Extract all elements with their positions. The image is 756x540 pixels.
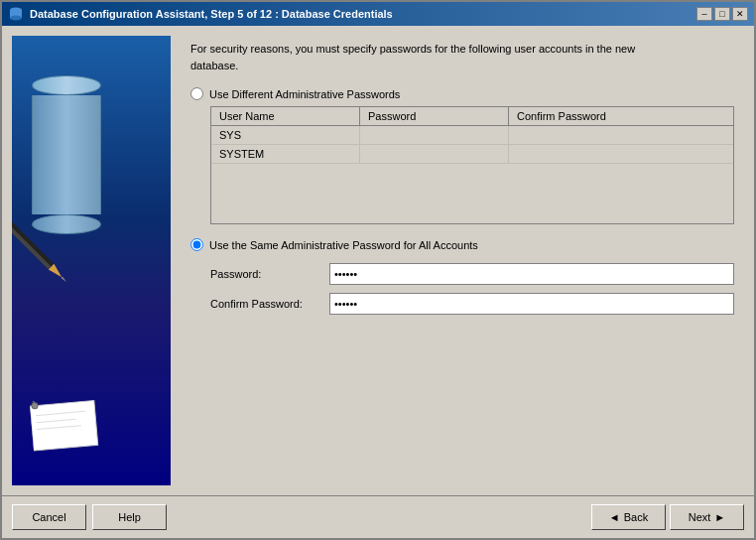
right-panel: For security reasons, you must specify p… — [171, 26, 754, 495]
restore-button[interactable]: □ — [714, 7, 730, 21]
back-button[interactable]: ◄ Back — [591, 504, 666, 530]
paper-graphic — [30, 395, 104, 459]
same-password-section: Password: Confirm Password: — [210, 263, 734, 323]
radio-same-label: Use the Same Administrative Password for… — [209, 239, 478, 251]
table-header: User Name Password Confirm Password — [211, 107, 733, 126]
password-row: Password: — [210, 263, 734, 285]
cell-system-password[interactable] — [360, 145, 509, 163]
confirm-password-input[interactable] — [329, 293, 734, 315]
table-row: SYSTEM — [211, 145, 733, 164]
content-area: For security reasons, you must specify p… — [2, 26, 754, 495]
table-row: SYS — [211, 126, 733, 145]
credentials-table: User Name Password Confirm Password SYS … — [210, 106, 734, 224]
next-arrow-icon: ► — [714, 511, 725, 523]
cylinder-bottom — [32, 214, 101, 234]
col-header-password: Password — [360, 107, 509, 125]
bottom-bar: Cancel Help ◄ Back Next ► — [2, 495, 754, 538]
col-header-confirm: Confirm Password — [509, 107, 733, 125]
back-arrow-icon: ◄ — [609, 511, 620, 523]
password-label: Password: — [210, 268, 329, 280]
table-empty-space — [211, 164, 733, 223]
svg-marker-6 — [61, 276, 66, 282]
confirm-password-label: Confirm Password: — [210, 298, 329, 310]
radio-same-input[interactable] — [190, 238, 203, 251]
cancel-button[interactable]: Cancel — [12, 504, 86, 530]
app-icon — [8, 6, 24, 22]
cylinder-body — [32, 95, 101, 214]
cylinder-top — [32, 75, 101, 95]
cylinder-graphic — [32, 75, 101, 234]
radio-different-input[interactable] — [190, 87, 203, 100]
right-buttons: ◄ Back Next ► — [591, 504, 744, 530]
window-title: Database Configuration Assistant, Step 5… — [30, 8, 393, 20]
cell-sys-username: SYS — [211, 126, 360, 144]
title-bar-buttons: – □ ✕ — [696, 7, 748, 21]
cell-sys-confirm[interactable] — [509, 126, 733, 144]
minimize-button[interactable]: – — [696, 7, 712, 21]
close-button[interactable]: ✕ — [732, 7, 748, 21]
left-buttons: Cancel Help — [12, 504, 167, 530]
decorative-image — [12, 36, 171, 485]
title-bar-left: Database Configuration Assistant, Step 5… — [8, 6, 393, 22]
help-button[interactable]: Help — [92, 504, 167, 530]
svg-point-2 — [10, 16, 22, 21]
title-bar: Database Configuration Assistant, Step 5… — [2, 2, 754, 26]
radio-same-option[interactable]: Use the Same Administrative Password for… — [190, 238, 734, 251]
confirm-password-row: Confirm Password: — [210, 293, 734, 315]
col-header-username: User Name — [211, 107, 360, 125]
svg-rect-7 — [30, 400, 98, 450]
radio-different-label: Use Different Administrative Passwords — [209, 88, 400, 100]
description-text: For security reasons, you must specify p… — [190, 41, 734, 73]
main-window: Database Configuration Assistant, Step 5… — [0, 0, 756, 540]
cell-system-username: SYSTEM — [211, 145, 360, 163]
svg-point-11 — [32, 402, 39, 409]
radio-different-option[interactable]: Use Different Administrative Passwords — [190, 87, 734, 100]
svg-line-12 — [30, 396, 35, 403]
cell-sys-password[interactable] — [360, 126, 509, 144]
next-button[interactable]: Next ► — [670, 504, 744, 530]
password-input[interactable] — [329, 263, 734, 285]
cell-system-confirm[interactable] — [509, 145, 733, 163]
left-panel — [12, 36, 171, 485]
